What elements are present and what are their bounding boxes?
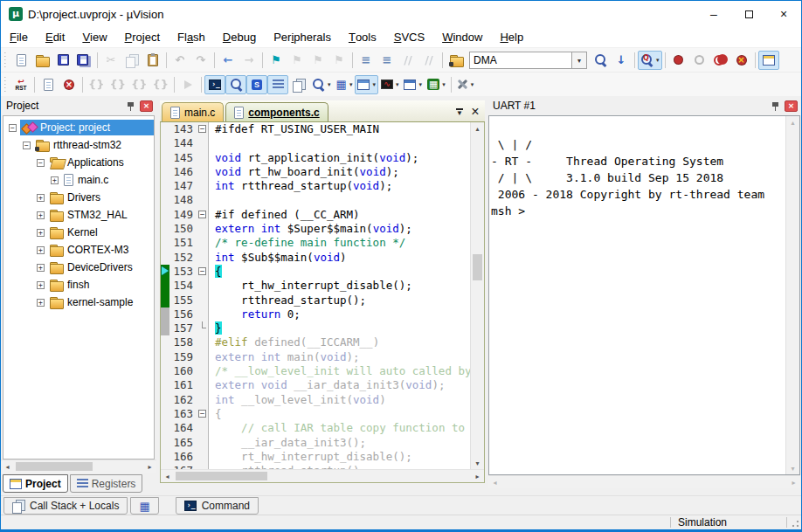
fold-margin[interactable]: −	[197, 122, 209, 136]
undo-button[interactable]: ↶	[169, 51, 190, 70]
project-window-toggle-button[interactable]	[758, 51, 779, 70]
tab-registers[interactable]: Registers	[70, 474, 143, 493]
editor-vscrollbar[interactable]: ▴ ▾	[470, 122, 484, 469]
scroll-left-icon[interactable]: ◂	[1, 460, 14, 473]
menu-item-flash[interactable]: Flash	[169, 27, 214, 47]
code-line[interactable]: 145void rt_application_init(void);	[161, 151, 470, 165]
run-button[interactable]	[177, 75, 198, 94]
logic-analyzer-button[interactable]: ∿▾	[378, 75, 402, 94]
code-line[interactable]: 143−#ifdef RT_USING_USER_MAIN	[161, 122, 470, 136]
close-button[interactable]: ×	[766, 1, 801, 27]
step-out-button[interactable]: {}	[128, 75, 150, 94]
fold-margin[interactable]	[197, 321, 209, 335]
project-hscrollbar[interactable]: ◂ ▸	[1, 459, 156, 473]
tree-item-finsh[interactable]: +finsh	[3, 276, 154, 294]
code-line[interactable]: 163−{	[161, 407, 470, 421]
kill-all-breakpoints-button[interactable]: ×	[731, 51, 752, 70]
save-button[interactable]	[52, 51, 73, 70]
open-file-button[interactable]	[31, 51, 52, 70]
uart-panel-close-icon[interactable]: ×	[785, 100, 798, 112]
copy-button[interactable]	[121, 51, 142, 70]
expand-icon[interactable]: +	[37, 299, 45, 307]
command-window-button[interactable]: ›_	[204, 75, 225, 94]
code-line[interactable]: 150extern int $Super$$main(void);	[161, 222, 470, 236]
code-line[interactable]: 160/* __low_level_init will auto called …	[161, 364, 470, 378]
show-next-statement-button[interactable]	[38, 75, 59, 94]
tree-item-devicedrivers[interactable]: +DeviceDrivers	[3, 259, 154, 276]
code-line[interactable]: 159extern int main(void);	[161, 350, 470, 364]
fold-collapse-icon[interactable]: −	[198, 125, 206, 133]
editor-tab-main-c[interactable]: main.c	[162, 102, 224, 121]
expand-icon[interactable]: +	[37, 246, 45, 254]
navigate-forward-button[interactable]: →	[239, 51, 259, 70]
menu-item-view[interactable]: View	[73, 27, 115, 47]
registers-window-button[interactable]	[267, 75, 288, 94]
editor-hscrollbar[interactable]: ◂ ▸	[161, 469, 484, 482]
code-line[interactable]: 147int rtthread_startup(void);	[161, 179, 470, 193]
editor-tab-components-c[interactable]: components.c	[225, 102, 328, 121]
scroll-thumb[interactable]	[176, 472, 267, 480]
step-over-button[interactable]: {}	[107, 75, 129, 94]
reset-button[interactable]: ↩RST	[10, 75, 31, 94]
toolbox-button[interactable]: ▦▾	[425, 75, 448, 94]
minimize-button[interactable]: –	[696, 1, 731, 27]
watch-window-button[interactable]: ▾	[309, 75, 334, 94]
fold-margin[interactable]: −	[197, 407, 209, 421]
scroll-left-icon[interactable]: ◂	[488, 476, 501, 488]
step-into-button[interactable]: {}	[86, 75, 107, 94]
tree-item-drivers[interactable]: +Drivers	[3, 189, 154, 206]
stop-debug-button[interactable]: ×	[59, 75, 80, 94]
code-line[interactable]: 162int __low_level_init(void)	[161, 393, 470, 407]
code-line[interactable]: 151/* re-define main function */	[161, 236, 470, 250]
code-line[interactable]: 157}	[161, 321, 470, 335]
toolbar-grip[interactable]	[3, 77, 7, 93]
prev-bookmark-button[interactable]: ⚑	[308, 51, 328, 70]
dropdown-icon[interactable]: ▾	[656, 57, 660, 64]
tree-item-applications[interactable]: −Applications	[3, 154, 154, 171]
scroll-up-icon[interactable]: ▴	[471, 122, 484, 135]
expand-icon[interactable]: +	[37, 194, 45, 202]
system-viewer-button[interactable]: ▾	[401, 75, 425, 94]
collapse-icon[interactable]: −	[37, 159, 45, 167]
menu-item-help[interactable]: Help	[491, 27, 532, 47]
tree-item-project-project[interactable]: −Project: project	[3, 119, 154, 136]
next-bookmark-button[interactable]: ⚑	[287, 51, 308, 70]
redo-button[interactable]: ↷	[190, 51, 211, 70]
tree-item-kernel-sample[interactable]: +kernel-sample	[3, 294, 154, 311]
tree-item-main-c[interactable]: +main.c	[3, 171, 154, 189]
resize-grip[interactable]	[787, 515, 801, 529]
code-line[interactable]: 148	[161, 193, 470, 207]
scroll-right-icon[interactable]: ▸	[471, 470, 484, 482]
unindent-button[interactable]: ≡	[377, 51, 398, 70]
code-line[interactable]: 156 return 0;	[161, 307, 470, 321]
menu-item-file[interactable]: File	[1, 27, 37, 47]
expand-icon[interactable]: +	[37, 281, 45, 289]
dropdown-icon[interactable]: ▾	[418, 81, 422, 88]
scroll-left-icon[interactable]: ◂	[161, 470, 174, 482]
menu-item-edit[interactable]: Edit	[37, 27, 73, 47]
dropdown-icon[interactable]: ▾	[396, 81, 399, 88]
uart-vscrollbar[interactable]: ▴ ▾	[785, 116, 799, 474]
code-line[interactable]: 146void rt_hw_board_init(void);	[161, 165, 470, 179]
code-line[interactable]: 149−#if defined (__CC_ARM)	[161, 208, 470, 222]
serial-window-button[interactable]: ▾	[355, 75, 378, 94]
maximize-button[interactable]	[731, 1, 766, 27]
insert-breakpoint-button[interactable]	[668, 51, 689, 70]
pin-icon[interactable]	[126, 100, 135, 112]
tree-item-kernel[interactable]: +Kernel	[3, 224, 154, 241]
fold-collapse-icon[interactable]: −	[198, 211, 206, 218]
dropdown-icon[interactable]: ▾	[442, 81, 446, 88]
collapse-icon[interactable]: −	[23, 142, 31, 149]
tab-project[interactable]: Project	[3, 474, 68, 493]
code-line[interactable]: 155 rtthread_startup();	[161, 294, 470, 307]
code-line[interactable]: 152int $Sub$$main(void)	[161, 251, 470, 265]
find-input[interactable]	[469, 52, 572, 69]
debug-settings-button[interactable]: ▾	[454, 75, 477, 94]
dropdown-icon[interactable]: ▾	[349, 81, 353, 88]
incremental-find-button[interactable]: ↓	[611, 51, 632, 70]
dropdown-icon[interactable]: ▾	[471, 81, 474, 88]
menu-item-svcs[interactable]: SVCS	[385, 27, 433, 47]
menu-item-tools[interactable]: Tools	[340, 27, 385, 47]
code-line[interactable]: 165 __iar_data_init3();	[161, 436, 470, 450]
code-line[interactable]: 154 rt_hw_interrupt_disable();	[161, 279, 470, 293]
